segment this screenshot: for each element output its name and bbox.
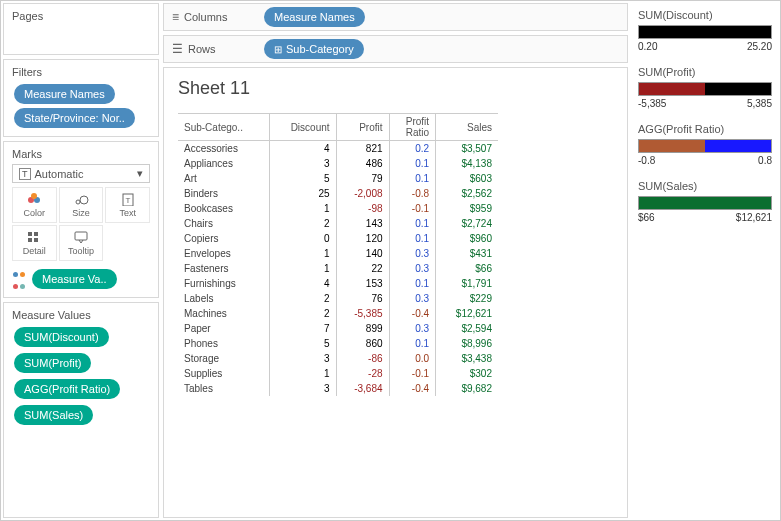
filter-pill[interactable]: Measure Names [14,84,115,104]
table-row[interactable]: Paper78990.3$2,594 [178,321,498,336]
table-row[interactable]: Bookcases1-98-0.1$959 [178,201,498,216]
table-row[interactable]: Binders25-2,008-0.8$2,562 [178,186,498,201]
svg-rect-11 [75,232,87,240]
measure-values-label: Measure Values [12,309,150,321]
table-row[interactable]: Storage3-860.0$3,438 [178,351,498,366]
measure-value-pill[interactable]: SUM(Profit) [14,353,91,373]
measure-values-shelf[interactable]: Measure Values SUM(Discount)SUM(Profit)A… [3,302,159,518]
mark-detail[interactable]: Detail [12,225,57,261]
mark-type-dropdown[interactable]: TAutomatic ▾ [12,164,150,183]
column-header[interactable]: Sales [436,114,498,141]
color-legend[interactable]: SUM(Discount)0.2025.20 [638,9,772,52]
mark-size[interactable]: Size [59,187,104,223]
svg-point-3 [76,200,80,204]
rows-pill-sub-category[interactable]: ⊞Sub-Category [264,39,364,59]
filter-pill[interactable]: State/Province: Nor.. [14,108,135,128]
table-row[interactable]: Chairs21430.1$2,724 [178,216,498,231]
measure-value-pill[interactable]: AGG(Profit Ratio) [14,379,120,399]
column-header[interactable]: Profit [336,114,389,141]
filters-label: Filters [12,66,150,78]
table-row[interactable]: Tables3-3,684-0.4$9,682 [178,381,498,396]
pages-shelf[interactable]: Pages [3,3,159,55]
filters-shelf[interactable]: Filters Measure Names State/Province: No… [3,59,159,137]
mark-text[interactable]: TText [105,187,150,223]
table-row[interactable]: Labels2760.3$229 [178,291,498,306]
columns-pill-measure-names[interactable]: Measure Names [264,7,365,27]
color-legend[interactable]: AGG(Profit Ratio)-0.80.8 [638,123,772,166]
table-row[interactable]: Copiers01200.1$960 [178,231,498,246]
column-header[interactable]: ProfitRatio [389,114,436,141]
chevron-down-icon: ▾ [137,167,143,180]
mark-color[interactable]: Color [12,187,57,223]
worksheet-view: Sheet 11 Sub-Catego..DiscountProfitProfi… [163,67,628,518]
table-row[interactable]: Supplies1-28-0.1$302 [178,366,498,381]
columns-shelf[interactable]: ≡Columns Measure Names [163,3,628,31]
data-table: Sub-Catego..DiscountProfitProfitRatioSal… [178,113,498,396]
pages-label: Pages [12,10,150,22]
measure-value-pill[interactable]: SUM(Sales) [14,405,93,425]
marks-card: Marks TAutomatic ▾ ColorSizeTTextDetailT… [3,141,159,298]
column-header[interactable]: Sub-Catego.. [178,114,270,141]
svg-rect-9 [28,238,32,242]
measure-values-pill-on-color[interactable]: Measure Va.. [32,269,117,289]
svg-rect-7 [28,232,32,236]
table-row[interactable]: Appliances34860.1$4,138 [178,156,498,171]
table-row[interactable]: Art5790.1$603 [178,171,498,186]
color-legend-icon [12,267,28,291]
rows-shelf[interactable]: ☰Rows ⊞Sub-Category [163,35,628,63]
measure-value-pill[interactable]: SUM(Discount) [14,327,109,347]
rows-icon: ☰ [172,42,183,56]
svg-point-2 [31,193,37,199]
table-row[interactable]: Furnishings41530.1$1,791 [178,276,498,291]
column-header[interactable]: Discount [270,114,337,141]
svg-rect-8 [34,232,38,236]
table-row[interactable]: Accessories48210.2$3,507 [178,141,498,157]
table-row[interactable]: Fasteners1220.3$66 [178,261,498,276]
table-row[interactable]: Envelopes11400.3$431 [178,246,498,261]
marks-label: Marks [12,148,150,160]
table-row[interactable]: Machines2-5,385-0.4$12,621 [178,306,498,321]
mark-tooltip[interactable]: Tooltip [59,225,104,261]
color-legend[interactable]: SUM(Sales)$66$12,621 [638,180,772,223]
table-row[interactable]: Phones58600.1$8,996 [178,336,498,351]
color-legend[interactable]: SUM(Profit)-5,3855,385 [638,66,772,109]
svg-text:T: T [125,196,130,205]
text-mark-icon: T [19,168,31,180]
svg-point-4 [80,196,88,204]
plus-icon: ⊞ [274,44,282,55]
columns-icon: ≡ [172,10,179,24]
sheet-title[interactable]: Sheet 11 [178,78,613,99]
svg-rect-10 [34,238,38,242]
